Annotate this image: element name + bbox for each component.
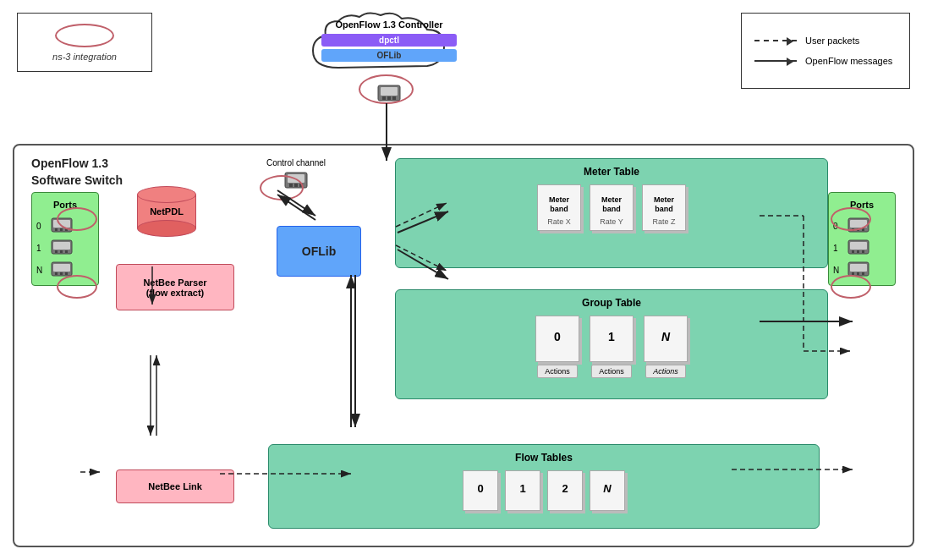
group-page-0: 0 [535, 316, 579, 362]
ports-right: Ports 0 1 [828, 192, 896, 286]
ns3-label: ns-3 integration [52, 52, 117, 62]
cylinder-top [137, 186, 196, 203]
dpctl-box: dpctl [321, 34, 457, 47]
group-entry-0: 0 Actions [535, 316, 579, 378]
oflib-main-label: OFLib [302, 244, 336, 258]
flow-page-2: 2 [547, 470, 583, 511]
meter-band-1: Meterband Rate Y [590, 184, 634, 231]
svg-rect-12 [55, 250, 58, 253]
svg-rect-2 [382, 96, 386, 100]
svg-rect-34 [862, 250, 864, 253]
group-entry-1: 1 Actions [590, 316, 634, 378]
meter-bands-container: Meterband Rate X Meterband Rate Y Meterb… [403, 184, 820, 231]
group-table-title: Group Table [403, 297, 820, 309]
controller-port-icon [376, 84, 402, 104]
legend-openflow-messages: OpenFlow messages [754, 56, 897, 66]
svg-rect-18 [60, 272, 63, 275]
netbee-parser-line2: (flow extract) [143, 288, 206, 298]
netbee-parser-line1: NetBee Parser [143, 277, 206, 288]
meter-table-box: Meter Table Meterband Rate X Meterband R… [395, 158, 828, 268]
flow-entries-container: 0 1 2 N [276, 470, 812, 511]
port-right-icon-1 [847, 239, 869, 256]
port-right-icon-0 [847, 217, 869, 234]
svg-rect-28 [857, 228, 859, 231]
port-icon-N [51, 261, 73, 278]
control-channel-label: Control channel [266, 158, 326, 167]
controller-cloud-wrapper: OpenFlow 1.3 Controller dpctl OFLib [304, 8, 474, 104]
svg-rect-4 [392, 96, 396, 100]
group-page-N: N [644, 316, 688, 362]
svg-rect-32 [852, 250, 854, 253]
controller-port [304, 84, 474, 104]
svg-rect-19 [65, 272, 68, 275]
flow-page-N: N [590, 470, 625, 511]
control-channel-wrapper: Control channel [266, 158, 326, 191]
svg-rect-37 [852, 272, 854, 275]
group-action-N: Actions [645, 365, 686, 378]
group-entry-N: N Actions [644, 316, 688, 378]
group-entries-container: 0 Actions 1 Actions N Actions [403, 316, 820, 378]
group-page-1: 1 [590, 316, 634, 362]
svg-rect-8 [60, 228, 63, 231]
port-right-icon-N [847, 261, 869, 278]
group-action-0: Actions [537, 365, 578, 378]
switch-title: OpenFlow 1.3 Software Switch [31, 156, 123, 189]
user-packets-label: User packets [805, 36, 859, 46]
port-right-1: 1 [833, 239, 891, 256]
control-channel-port-icon [283, 171, 309, 191]
svg-rect-1 [381, 87, 398, 96]
svg-rect-3 [387, 96, 391, 100]
legend-arrows: User packets OpenFlow messages [741, 13, 910, 89]
diagram-container: ns-3 integration User packets OpenFlow m… [0, 0, 927, 560]
svg-rect-31 [850, 242, 867, 250]
switch-box: OpenFlow 1.3 Software Switch Ports 0 1 [13, 144, 914, 547]
svg-rect-14 [65, 250, 68, 253]
dashed-arrow-icon [754, 40, 797, 41]
flow-page-0: 0 [463, 470, 498, 511]
cloud-content: OpenFlow 1.3 Controller dpctl OFLib [321, 19, 457, 62]
netbee-link-label: NetBee Link [148, 481, 202, 491]
flow-tables-box: Flow Tables 0 1 2 N [268, 444, 820, 529]
meter-band-0-label: Rate X [547, 217, 571, 226]
switch-title-line2: Software Switch [31, 173, 123, 187]
svg-rect-26 [850, 220, 867, 228]
netbee-parser-box: NetBee Parser (flow extract) [116, 264, 234, 310]
oflib-main-box: OFLib [277, 226, 361, 277]
controller-title: OpenFlow 1.3 Controller [321, 19, 457, 30]
svg-rect-21 [288, 174, 304, 183]
port-right-N: N [833, 261, 891, 278]
legend-ns3: ns-3 integration [17, 13, 152, 72]
oflib-cloud-box: OFLib [321, 49, 457, 62]
svg-rect-13 [60, 250, 63, 253]
netpdl-cylinder: NetPDL [137, 186, 196, 237]
netpdl-wrapper: NetPDL [137, 186, 196, 237]
port-icon-1 [51, 239, 73, 256]
flow-page-1: 1 [505, 470, 540, 511]
meter-band-0: Meterband Rate X [537, 184, 581, 231]
svg-rect-6 [53, 220, 70, 228]
meter-band-2-label: Rate Z [652, 217, 675, 226]
openflow-messages-label: OpenFlow messages [805, 56, 892, 66]
svg-rect-33 [857, 250, 859, 253]
legend-user-packets: User packets [754, 36, 897, 46]
ports-left-title: Ports [53, 200, 77, 210]
port-icon-0 [51, 217, 73, 234]
ports-left: Ports 0 1 [31, 192, 99, 286]
svg-rect-16 [53, 264, 70, 272]
svg-rect-7 [55, 228, 58, 231]
svg-rect-22 [289, 184, 293, 187]
port-left-1: 1 [36, 239, 94, 256]
svg-rect-38 [857, 272, 859, 275]
port-left-N: N [36, 261, 94, 278]
netpdl-label: NetPDL [150, 206, 184, 217]
meter-table-title: Meter Table [403, 166, 820, 178]
meter-band-1-label: Rate Y [600, 217, 623, 226]
svg-rect-9 [65, 228, 68, 231]
netbee-link-box: NetBee Link [116, 469, 234, 503]
ns3-oval-icon [55, 24, 114, 47]
group-table-box: Group Table 0 Actions 1 Actions N Action… [395, 289, 828, 399]
group-action-1: Actions [591, 365, 632, 378]
port-right-0: 0 [833, 217, 891, 234]
solid-arrow-icon [754, 60, 797, 62]
cylinder-bottom [137, 220, 196, 237]
